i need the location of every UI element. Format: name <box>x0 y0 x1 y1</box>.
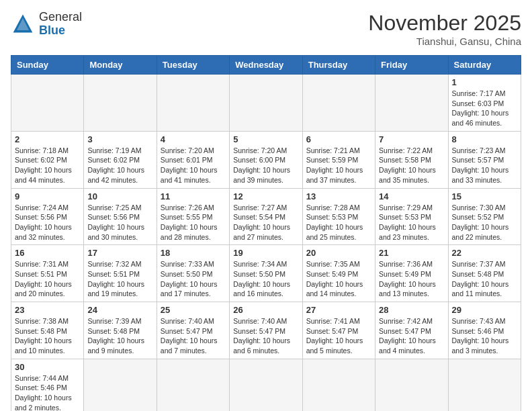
day-info: Sunrise: 7:40 AM Sunset: 5:47 PM Dayligh… <box>161 316 226 356</box>
calendar-header-friday: Friday <box>375 56 448 75</box>
day-info: Sunrise: 7:40 AM Sunset: 5:47 PM Dayligh… <box>233 316 298 356</box>
day-number: 11 <box>161 191 226 201</box>
day-number: 28 <box>379 305 444 315</box>
day-number: 9 <box>15 191 80 201</box>
calendar-cell <box>11 75 84 132</box>
day-info: Sunrise: 7:35 AM Sunset: 5:49 PM Dayligh… <box>306 259 371 299</box>
day-info: Sunrise: 7:25 AM Sunset: 5:56 PM Dayligh… <box>87 203 152 242</box>
day-info: Sunrise: 7:36 AM Sunset: 5:49 PM Dayligh… <box>379 259 444 299</box>
day-info: Sunrise: 7:42 AM Sunset: 5:47 PM Dayligh… <box>379 316 444 356</box>
calendar-cell: 13Sunrise: 7:28 AM Sunset: 5:53 PM Dayli… <box>302 188 375 245</box>
calendar-cell: 21Sunrise: 7:36 AM Sunset: 5:49 PM Dayli… <box>375 245 448 302</box>
day-info: Sunrise: 7:18 AM Sunset: 6:02 PM Dayligh… <box>15 146 80 185</box>
day-info: Sunrise: 7:34 AM Sunset: 5:50 PM Dayligh… <box>233 259 298 299</box>
day-info: Sunrise: 7:24 AM Sunset: 5:56 PM Dayligh… <box>15 203 80 242</box>
calendar-header-sunday: Sunday <box>11 56 84 75</box>
calendar-cell: 15Sunrise: 7:30 AM Sunset: 5:52 PM Dayli… <box>448 188 521 245</box>
day-info: Sunrise: 7:41 AM Sunset: 5:47 PM Dayligh… <box>306 316 371 356</box>
calendar-cell: 28Sunrise: 7:42 AM Sunset: 5:47 PM Dayli… <box>375 302 448 359</box>
day-number: 25 <box>161 305 226 315</box>
calendar-header-monday: Monday <box>84 56 157 75</box>
day-info: Sunrise: 7:22 AM Sunset: 5:58 PM Dayligh… <box>379 146 444 185</box>
logo-text: General Blue <box>39 11 82 38</box>
calendar-cell: 17Sunrise: 7:32 AM Sunset: 5:51 PM Dayli… <box>84 245 157 302</box>
calendar-cell: 1Sunrise: 7:17 AM Sunset: 6:03 PM Daylig… <box>448 75 521 132</box>
day-number: 4 <box>161 134 226 144</box>
calendar-cell <box>84 359 157 411</box>
day-number: 2 <box>15 134 80 144</box>
day-number: 7 <box>379 134 444 144</box>
calendar-cell: 25Sunrise: 7:40 AM Sunset: 5:47 PM Dayli… <box>157 302 229 359</box>
day-info: Sunrise: 7:21 AM Sunset: 5:59 PM Dayligh… <box>306 146 371 185</box>
calendar-cell: 27Sunrise: 7:41 AM Sunset: 5:47 PM Dayli… <box>302 302 375 359</box>
calendar-cell <box>157 359 229 411</box>
day-number: 14 <box>379 191 444 201</box>
logo-icon <box>11 12 35 36</box>
day-info: Sunrise: 7:17 AM Sunset: 6:03 PM Dayligh… <box>452 89 517 128</box>
calendar-week-row: 30Sunrise: 7:44 AM Sunset: 5:46 PM Dayli… <box>11 359 521 411</box>
calendar-week-row: 2Sunrise: 7:18 AM Sunset: 6:02 PM Daylig… <box>11 131 521 188</box>
day-info: Sunrise: 7:20 AM Sunset: 6:01 PM Dayligh… <box>161 146 226 185</box>
calendar-cell: 10Sunrise: 7:25 AM Sunset: 5:56 PM Dayli… <box>84 188 157 245</box>
day-number: 19 <box>233 248 298 258</box>
day-number: 15 <box>452 191 517 201</box>
calendar-table: SundayMondayTuesdayWednesdayThursdayFrid… <box>11 55 521 411</box>
day-info: Sunrise: 7:23 AM Sunset: 5:57 PM Dayligh… <box>452 146 517 185</box>
calendar-cell: 7Sunrise: 7:22 AM Sunset: 5:58 PM Daylig… <box>375 131 448 188</box>
day-info: Sunrise: 7:28 AM Sunset: 5:53 PM Dayligh… <box>306 203 371 242</box>
location: Tianshui, Gansu, China <box>368 36 521 47</box>
day-number: 22 <box>452 248 517 258</box>
calendar-cell: 24Sunrise: 7:39 AM Sunset: 5:48 PM Dayli… <box>84 302 157 359</box>
calendar-cell <box>375 359 448 411</box>
calendar-week-row: 9Sunrise: 7:24 AM Sunset: 5:56 PM Daylig… <box>11 188 521 245</box>
calendar-cell: 3Sunrise: 7:19 AM Sunset: 6:02 PM Daylig… <box>84 131 157 188</box>
day-number: 1 <box>452 77 517 87</box>
day-number: 18 <box>161 248 226 258</box>
calendar-cell: 6Sunrise: 7:21 AM Sunset: 5:59 PM Daylig… <box>302 131 375 188</box>
calendar-cell: 9Sunrise: 7:24 AM Sunset: 5:56 PM Daylig… <box>11 188 84 245</box>
calendar-cell: 14Sunrise: 7:29 AM Sunset: 5:53 PM Dayli… <box>375 188 448 245</box>
day-info: Sunrise: 7:37 AM Sunset: 5:48 PM Dayligh… <box>452 259 517 299</box>
day-number: 30 <box>15 362 80 372</box>
calendar-cell: 2Sunrise: 7:18 AM Sunset: 6:02 PM Daylig… <box>11 131 84 188</box>
day-info: Sunrise: 7:20 AM Sunset: 6:00 PM Dayligh… <box>233 146 298 185</box>
calendar-cell: 16Sunrise: 7:31 AM Sunset: 5:51 PM Dayli… <box>11 245 84 302</box>
page-header: General Blue November 2025 Tianshui, Gan… <box>11 11 521 47</box>
day-info: Sunrise: 7:29 AM Sunset: 5:53 PM Dayligh… <box>379 203 444 242</box>
calendar-cell: 29Sunrise: 7:43 AM Sunset: 5:46 PM Dayli… <box>448 302 521 359</box>
calendar-header-thursday: Thursday <box>302 56 375 75</box>
day-info: Sunrise: 7:31 AM Sunset: 5:51 PM Dayligh… <box>15 259 80 299</box>
day-info: Sunrise: 7:32 AM Sunset: 5:51 PM Dayligh… <box>87 259 152 299</box>
calendar-header-wednesday: Wednesday <box>230 56 302 75</box>
calendar-header-saturday: Saturday <box>448 56 521 75</box>
day-number: 10 <box>87 191 152 201</box>
calendar-cell <box>157 75 229 132</box>
calendar-week-row: 23Sunrise: 7:38 AM Sunset: 5:48 PM Dayli… <box>11 302 521 359</box>
day-number: 27 <box>306 305 371 315</box>
calendar-header-row: SundayMondayTuesdayWednesdayThursdayFrid… <box>11 56 521 75</box>
calendar-cell: 4Sunrise: 7:20 AM Sunset: 6:01 PM Daylig… <box>157 131 229 188</box>
day-info: Sunrise: 7:38 AM Sunset: 5:48 PM Dayligh… <box>15 316 80 356</box>
day-number: 13 <box>306 191 371 201</box>
calendar-cell: 18Sunrise: 7:33 AM Sunset: 5:50 PM Dayli… <box>157 245 229 302</box>
day-info: Sunrise: 7:39 AM Sunset: 5:48 PM Dayligh… <box>87 316 152 356</box>
day-number: 6 <box>306 134 371 144</box>
calendar-header-tuesday: Tuesday <box>157 56 229 75</box>
calendar-cell: 11Sunrise: 7:26 AM Sunset: 5:55 PM Dayli… <box>157 188 229 245</box>
day-number: 3 <box>87 134 152 144</box>
day-info: Sunrise: 7:33 AM Sunset: 5:50 PM Dayligh… <box>161 259 226 299</box>
calendar-cell: 22Sunrise: 7:37 AM Sunset: 5:48 PM Dayli… <box>448 245 521 302</box>
day-info: Sunrise: 7:43 AM Sunset: 5:46 PM Dayligh… <box>452 316 517 356</box>
month-title: November 2025 <box>368 11 521 36</box>
day-number: 8 <box>452 134 517 144</box>
day-number: 12 <box>233 191 298 201</box>
day-info: Sunrise: 7:19 AM Sunset: 6:02 PM Dayligh… <box>87 146 152 185</box>
calendar-cell: 26Sunrise: 7:40 AM Sunset: 5:47 PM Dayli… <box>230 302 302 359</box>
day-number: 17 <box>87 248 152 258</box>
calendar-cell <box>302 359 375 411</box>
day-info: Sunrise: 7:30 AM Sunset: 5:52 PM Dayligh… <box>452 203 517 242</box>
calendar-cell: 23Sunrise: 7:38 AM Sunset: 5:48 PM Dayli… <box>11 302 84 359</box>
logo: General Blue <box>11 11 82 38</box>
day-number: 29 <box>452 305 517 315</box>
calendar-cell: 5Sunrise: 7:20 AM Sunset: 6:00 PM Daylig… <box>230 131 302 188</box>
